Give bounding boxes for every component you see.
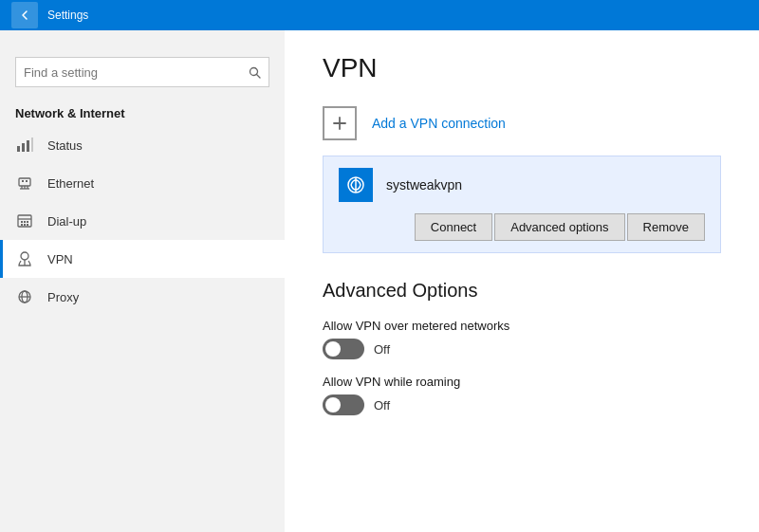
sidebar-item-ethernet-label: Ethernet [47, 176, 94, 191]
vpn-connection-header: systweakvpn [339, 168, 705, 202]
ethernet-icon [15, 174, 34, 193]
svg-rect-18 [21, 224, 23, 226]
sidebar-item-proxy-label: Proxy [47, 290, 79, 304]
svg-rect-17 [27, 221, 28, 223]
add-vpn-label: Add a VPN connection [372, 116, 506, 131]
sidebar-item-vpn[interactable]: VPN [0, 240, 285, 278]
search-icon [249, 66, 261, 79]
sidebar-header [0, 30, 285, 53]
advanced-options-button[interactable]: Advanced options [494, 213, 624, 241]
advanced-options-title: Advanced Options [323, 280, 721, 302]
sidebar-item-ethernet[interactable]: Ethernet [0, 164, 285, 202]
svg-rect-16 [24, 221, 26, 223]
sidebar-search-container[interactable] [15, 57, 269, 87]
toggle-metered-label: Allow VPN over metered networks [323, 319, 721, 333]
svg-rect-3 [22, 143, 25, 152]
svg-rect-2 [17, 146, 20, 152]
svg-rect-19 [24, 224, 26, 226]
toggle-metered-status: Off [374, 342, 390, 357]
toggle-metered-row: Allow VPN over metered networks Off [323, 319, 721, 359]
toggle-metered-container: Off [323, 339, 721, 359]
sidebar-item-vpn-label: VPN [47, 252, 73, 266]
sidebar-item-proxy[interactable]: Proxy [0, 278, 285, 316]
toggle-roaming-container: Off [323, 394, 721, 415]
vpn-connection-name: systweakvpn [386, 177, 462, 193]
sidebar-item-status-label: Status [47, 138, 83, 153]
svg-rect-4 [27, 140, 29, 152]
toggle-roaming-status: Off [374, 398, 390, 413]
sidebar-item-dialup[interactable]: Dial-up [0, 202, 285, 240]
svg-point-21 [21, 252, 28, 260]
page-title: VPN [323, 53, 721, 83]
svg-rect-15 [21, 221, 23, 223]
svg-rect-11 [22, 180, 24, 182]
sidebar: Network & Internet Status Et [0, 0, 285, 532]
vpn-connection-card: systweakvpn Connect Advanced options Rem… [323, 156, 721, 253]
back-button[interactable] [11, 2, 38, 28]
sidebar-item-status[interactable]: Status [0, 126, 285, 164]
search-input[interactable] [24, 65, 249, 80]
svg-rect-5 [31, 138, 33, 152]
svg-rect-12 [26, 180, 28, 182]
status-icon [15, 136, 34, 155]
title-bar: Settings [0, 0, 759, 30]
title-bar-title: Settings [47, 9, 88, 22]
toggle-roaming-switch[interactable] [323, 394, 364, 415]
vpn-action-buttons: Connect Advanced options Remove [339, 213, 705, 241]
toggle-metered-switch[interactable] [323, 339, 364, 359]
svg-line-1 [257, 74, 261, 78]
dialup-icon [15, 211, 34, 230]
vpn-sidebar-icon [15, 249, 34, 268]
add-vpn-row[interactable]: Add a VPN connection [323, 106, 721, 140]
remove-button[interactable]: Remove [627, 213, 705, 241]
proxy-icon [15, 287, 34, 306]
main-content: VPN Add a VPN connection [285, 0, 759, 532]
connect-button[interactable]: Connect [415, 213, 492, 241]
svg-rect-20 [27, 224, 28, 226]
toggle-roaming-row: Allow VPN while roaming Off [323, 375, 721, 415]
add-vpn-icon [323, 106, 357, 140]
sidebar-section-title: Network & Internet [0, 99, 285, 126]
toggle-roaming-label: Allow VPN while roaming [323, 375, 721, 389]
sidebar-item-dialup-label: Dial-up [47, 214, 86, 229]
vpn-brand-icon [339, 168, 373, 202]
svg-rect-6 [19, 178, 30, 186]
